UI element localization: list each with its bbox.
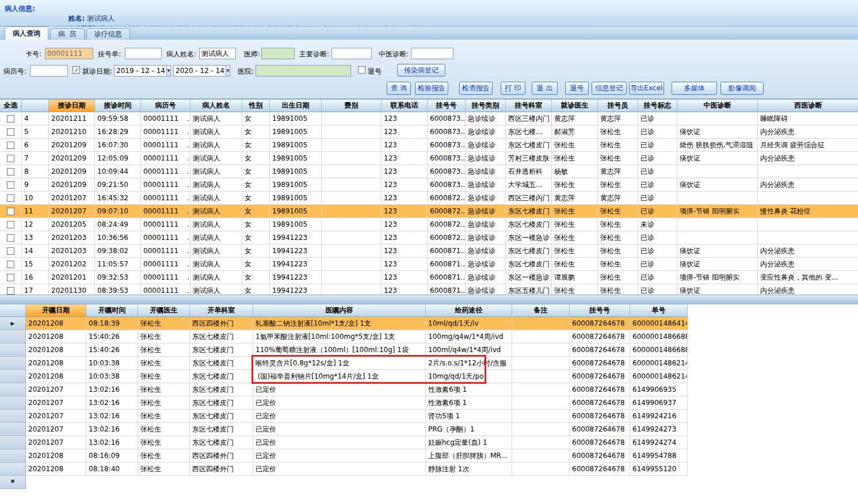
row-checkbox[interactable]: [7, 181, 14, 189]
row-checkbox[interactable]: [7, 142, 14, 149]
visit-col-header[interactable]: 出生日期: [270, 100, 322, 112]
visit-row[interactable]: 92020120909:21:5000001111 ...测试病人女198910…: [0, 178, 858, 192]
visit-col-header[interactable]: 接诊时间: [95, 100, 141, 112]
exit-button[interactable]: 退 出: [532, 82, 558, 95]
export-excel-button[interactable]: 导出Excel: [629, 82, 664, 95]
row-checkbox[interactable]: [7, 208, 14, 215]
order-new-row[interactable]: *: [0, 476, 688, 489]
order-col-header[interactable]: 开嘱医生: [138, 304, 190, 317]
order-row[interactable]: 2020120713:02:16张松生东区七楼皮门已定价PRG（孕酮）16000…: [0, 423, 688, 436]
order-row[interactable]: 2020120815:40:26张松生东区七楼皮门1氨甲苯酸注射液[10ml:1…: [0, 330, 688, 343]
visit-col-header[interactable]: 挂号类别: [466, 100, 506, 112]
order-row[interactable]: 2020120810:03:38张松生东区七楼皮门喉特灵含片[0.8g*12s/…: [0, 357, 688, 370]
exam-report-button[interactable]: 检查报告: [459, 82, 493, 95]
order-col-header[interactable]: 给药途径: [426, 304, 512, 317]
order-row[interactable]: ▶2020120808:18:39张松生西区四楼外门轧塞酸二钠注射液[10ml*…: [0, 317, 688, 330]
row-checkbox[interactable]: [7, 261, 14, 268]
visit-col-header[interactable]: 病历号: [141, 100, 190, 112]
row-checkbox[interactable]: [7, 194, 14, 202]
multimedia-button[interactable]: 多媒体: [672, 82, 717, 95]
visit-cell: 测试病人: [190, 152, 242, 165]
row-checkbox[interactable]: [7, 221, 14, 228]
visit-row[interactable]: 162020120109:32:5300001111 ...测试病人女19941…: [0, 271, 858, 284]
row-checkbox[interactable]: [7, 155, 14, 162]
info-register-button[interactable]: 信息登记: [592, 82, 627, 95]
visit-row[interactable]: 102020120716:45:3200001111 ...测试病人女19891…: [0, 192, 858, 205]
visit-row[interactable]: 172020113008:39:5300001111 ...测试病人女19941…: [0, 284, 858, 295]
visit-col-header[interactable]: [22, 100, 49, 112]
chevron-down-icon[interactable]: ▼: [226, 66, 230, 76]
order-col-header[interactable]: 开单科室: [190, 304, 253, 317]
row-checkbox[interactable]: [7, 115, 14, 123]
visit-col-header[interactable]: 全选: [0, 100, 22, 112]
order-cell: 20201207: [26, 396, 86, 410]
doctor-field[interactable]: [261, 48, 295, 59]
visit-col-header[interactable]: 挂号员: [598, 100, 638, 112]
order-col-header[interactable]: 开嘱日期: [26, 304, 86, 317]
visit-col-header[interactable]: 西医诊断: [758, 100, 858, 112]
row-checkbox[interactable]: [7, 128, 14, 136]
visit-row[interactable]: 152020120211:05:5700001111 ...测试病人女19941…: [0, 258, 858, 271]
refund-button[interactable]: 退号: [565, 82, 589, 95]
order-row[interactable]: 2020120808:16:09张松生西区四楼外门已定价上腹部（肝胆脾胰）MR.…: [0, 449, 688, 463]
lab-report-button[interactable]: 检验报告: [415, 82, 448, 95]
visit-col-header[interactable]: 费别: [322, 100, 382, 112]
order-col-header[interactable]: 医嘱内容: [253, 304, 426, 317]
tab-patient-query[interactable]: 病人查询: [5, 26, 48, 40]
tab-treatment-info[interactable]: 诊疗信息: [86, 28, 130, 40]
order-row[interactable]: 2020120808:18:40张松生西区四楼外门已定价静脉注射 1次60008…: [0, 463, 688, 476]
visit-col-header[interactable]: 联系电话: [382, 100, 428, 112]
hospital-field[interactable]: [256, 65, 351, 77]
visit-row[interactable]: 72020120912:05:0900001111 ...测试病人女198910…: [0, 152, 858, 165]
card-no-field[interactable]: [45, 48, 93, 59]
order-row[interactable]: 2020120713:02:16张松生东区七楼皮门已定价妊娠hcg定量(血) 1…: [0, 436, 688, 449]
visit-row[interactable]: 62020120916:07:3000001111 ...测试病人女198910…: [0, 139, 858, 152]
order-col-header[interactable]: 开嘱时间: [86, 304, 138, 317]
image-review-button[interactable]: 影像调阅: [720, 82, 764, 95]
visit-col-header[interactable]: 挂号号: [428, 100, 466, 112]
tcm-diagnosis-field[interactable]: [411, 48, 453, 59]
order-row[interactable]: 2020120810:03:38张松生东区七楼皮门 (国)福辛普利钠片[10mg…: [0, 370, 688, 383]
row-checkbox[interactable]: [7, 247, 14, 255]
order-row[interactable]: 2020120713:02:16张松生东区七楼皮门已定价肾功5项 1600087…: [0, 410, 688, 423]
order-col-header[interactable]: 挂号号: [570, 304, 630, 317]
order-col-header[interactable]: 备注: [512, 304, 570, 317]
order-row[interactable]: 2020120713:02:16张松生东区七楼皮门已定价性激素6项 160008…: [0, 383, 688, 396]
visit-row[interactable]: 132020120310:36:5600001111 ...测试病人女19941…: [0, 231, 858, 245]
order-row[interactable]: 2020120815:40:26张松生东区七楼皮门110%葡萄糖注射液（100m…: [0, 343, 688, 357]
visit-col-header[interactable]: 性别: [242, 100, 270, 112]
order-col-header[interactable]: 单号: [630, 304, 688, 317]
visit-row[interactable]: 42020121109:59:5800001111 ...测试病人女198910…: [0, 112, 858, 125]
tab-medical-record[interactable]: 病 历: [50, 28, 85, 40]
visit-col-header[interactable]: 中医诊断: [677, 100, 758, 112]
record-no-field[interactable]: [30, 65, 68, 77]
visit-col-header[interactable]: 病人姓名: [190, 100, 242, 112]
patient-name-field[interactable]: [199, 48, 236, 59]
chevron-down-icon[interactable]: ▼: [166, 66, 170, 76]
visit-date-to-picker[interactable]: 2020 - 12 - 14 ▼: [173, 65, 230, 77]
table-splitter[interactable]: [0, 295, 858, 304]
visit-col-header[interactable]: 挂号科室: [506, 100, 552, 112]
visit-row[interactable]: 52020121016:28:2900001111 ...测试病人女198910…: [0, 125, 858, 139]
visit-date-checkbox[interactable]: [73, 66, 80, 74]
row-checkbox[interactable]: [7, 168, 14, 175]
main-diagnosis-field[interactable]: [331, 48, 372, 59]
visit-date-from-picker[interactable]: 2019 - 12 - 14 ▼: [114, 65, 171, 77]
order-col-header[interactable]: [0, 304, 26, 317]
visit-row[interactable]: 112020120709:07:1000001111 ...测试病人女19891…: [0, 205, 858, 218]
row-checkbox[interactable]: [7, 234, 14, 242]
infectious-disease-register-button[interactable]: 传染病登记: [397, 64, 445, 77]
visit-row[interactable]: 122020120508:24:4900001111 ...测试病人女19891…: [0, 218, 858, 231]
visit-col-header[interactable]: 就诊医生: [552, 100, 598, 112]
reg-slip-field[interactable]: [125, 48, 162, 59]
visit-row[interactable]: 82020120910:09:4400001111 ...测试病人女198910…: [0, 165, 858, 178]
print-button[interactable]: 打 印: [501, 82, 525, 95]
query-button[interactable]: 查 询: [387, 82, 411, 95]
row-checkbox[interactable]: [7, 287, 14, 295]
visit-col-header[interactable]: 挂号标志: [638, 100, 677, 112]
visit-col-header[interactable]: 接诊日期: [49, 100, 95, 112]
visit-row[interactable]: 142020120309:38:0200001111 ...测试病人女19941…: [0, 245, 858, 258]
refund-checkbox[interactable]: [358, 66, 365, 74]
order-row[interactable]: 2020120713:02:16张松生东区七楼皮门已定价性激素6项 160008…: [0, 396, 688, 410]
row-checkbox[interactable]: [7, 274, 14, 281]
